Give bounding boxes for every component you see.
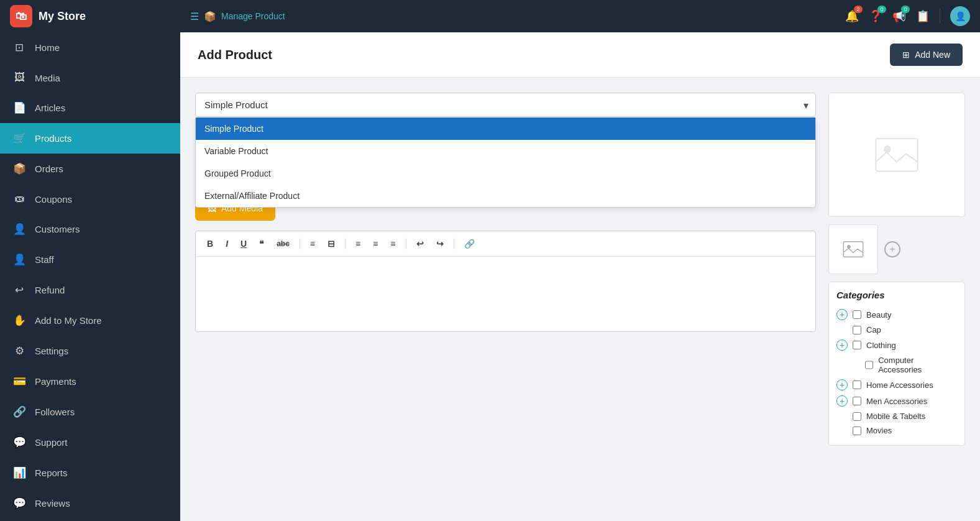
brand-icon: 🛍 bbox=[10, 5, 32, 27]
customers-icon: 👤 bbox=[12, 223, 26, 236]
promotions-btn[interactable]: 📢 0 bbox=[892, 9, 906, 23]
sidebar-item-orders[interactable]: 📦 Orders bbox=[0, 154, 180, 184]
help-badge: 0 bbox=[877, 6, 886, 13]
support-icon: 💬 bbox=[12, 436, 26, 449]
topbar-actions: 🔔 2 ❓ 0 📢 0 📋 👤 bbox=[845, 6, 970, 26]
sidebar-item-label: Home bbox=[35, 42, 60, 53]
sidebar-item-support[interactable]: 💬 Support bbox=[0, 427, 180, 458]
svg-point-1 bbox=[884, 145, 891, 153]
category-item-mobile-tablets: Mobile & Tabelts bbox=[836, 409, 957, 423]
category-expand-men-accessories[interactable]: + bbox=[836, 395, 848, 407]
sidebar-item-articles[interactable]: 📄 Articles bbox=[0, 93, 180, 123]
dropdown-item-simple[interactable]: Simple Product bbox=[196, 118, 815, 140]
toolbar-separator bbox=[454, 238, 454, 249]
add-new-icon: ⊞ bbox=[902, 50, 910, 60]
toolbar-btn-align-right[interactable]: ≡ bbox=[385, 236, 400, 251]
add-new-button[interactable]: ⊞ Add New bbox=[890, 44, 963, 66]
reports-icon: 📊 bbox=[12, 466, 26, 479]
thumb-placeholder-icon bbox=[842, 241, 864, 258]
product-type-select[interactable]: Simple ProductVariable ProductGrouped Pr… bbox=[195, 93, 816, 117]
sidebar-item-reviews[interactable]: 💬 Reviews bbox=[0, 488, 180, 519]
svg-rect-0 bbox=[876, 139, 918, 172]
category-label-home-accessories: Home Accessories bbox=[866, 380, 933, 390]
sidebar-item-settings[interactable]: ⚙ Settings bbox=[0, 336, 180, 366]
dropdown-item-variable[interactable]: Variable Product bbox=[196, 140, 815, 162]
toolbar-btn-unordered-list[interactable]: ≡ bbox=[305, 236, 320, 251]
category-expand-clothing[interactable]: + bbox=[836, 339, 848, 351]
sidebar-item-label: Articles bbox=[35, 103, 65, 113]
topbar: 🛍 My Store ☰ 📦 Manage Product 🔔 2 ❓ 0 📢 … bbox=[0, 0, 980, 32]
category-checkbox-clothing[interactable] bbox=[853, 341, 861, 349]
main-content: Add Product ⊞ Add New Simple ProductVari… bbox=[180, 32, 980, 521]
sidebar-item-reports[interactable]: 📊 Reports bbox=[0, 458, 180, 488]
sidebar-item-label: Orders bbox=[35, 164, 63, 174]
orders-icon: 📦 bbox=[12, 162, 26, 175]
toolbar-btn-align-left[interactable]: ≡ bbox=[350, 236, 365, 251]
toolbar-btn-undo[interactable]: ↩ bbox=[411, 236, 429, 251]
categories-title: Categories bbox=[836, 290, 957, 300]
sidebar-item-refund[interactable]: ↩ Refund bbox=[0, 275, 180, 305]
brand-title: My Store bbox=[39, 10, 86, 23]
clipboard-btn[interactable]: 📋 bbox=[916, 9, 930, 23]
sidebar-item-label: Media bbox=[35, 73, 60, 83]
toolbar-btn-link[interactable]: 🔗 bbox=[459, 236, 480, 251]
category-checkbox-mobile-tablets[interactable] bbox=[853, 412, 861, 421]
toolbar-separator bbox=[300, 238, 300, 249]
category-checkbox-home-accessories[interactable] bbox=[853, 380, 861, 389]
sidebar-item-staff[interactable]: 👤 Staff bbox=[0, 244, 180, 275]
categories-panel: Categories + Beauty Cap + Clothing Compu… bbox=[828, 282, 965, 446]
sidebar-item-label: Reports bbox=[35, 468, 68, 478]
followers-icon: 🔗 bbox=[12, 405, 26, 418]
thumbnail-upload[interactable] bbox=[828, 224, 878, 274]
category-checkbox-cap[interactable] bbox=[853, 326, 861, 334]
toolbar-btn-strikethrough[interactable]: abc bbox=[272, 237, 295, 251]
payments-icon: 💳 bbox=[12, 375, 26, 388]
page-header: Add Product ⊞ Add New bbox=[180, 32, 980, 78]
sidebar-item-add-to-my-store[interactable]: ✋ Add to My Store bbox=[0, 305, 180, 336]
sidebar-item-customers[interactable]: 👤 Customers bbox=[0, 214, 180, 244]
toolbar-btn-redo[interactable]: ↪ bbox=[431, 236, 449, 251]
dropdown-item-grouped[interactable]: Grouped Product bbox=[196, 162, 815, 185]
notifications-btn[interactable]: 🔔 2 bbox=[845, 9, 859, 23]
add-image-button[interactable]: + bbox=[884, 241, 900, 257]
hamburger-icon[interactable]: ☰ bbox=[190, 11, 199, 22]
category-checkbox-beauty[interactable] bbox=[853, 310, 861, 319]
right-panel: + Categories + Beauty Cap + Clothing Com… bbox=[828, 93, 965, 446]
breadcrumb: ☰ 📦 Manage Product bbox=[190, 11, 845, 22]
category-expand-home-accessories[interactable]: + bbox=[836, 379, 848, 390]
toolbar-btn-italic[interactable]: I bbox=[221, 236, 233, 251]
sidebar-item-payments[interactable]: 💳 Payments bbox=[0, 366, 180, 397]
form-section: Simple ProductVariable ProductGrouped Pr… bbox=[195, 93, 816, 446]
sidebar-item-followers[interactable]: 🔗 Followers bbox=[0, 397, 180, 427]
sidebar-item-label: Payments bbox=[35, 376, 76, 387]
sidebar-item-coupons[interactable]: 🎟 Coupons bbox=[0, 184, 180, 214]
sidebar-item-products[interactable]: 🛒 Products bbox=[0, 123, 180, 154]
help-btn[interactable]: ❓ 0 bbox=[869, 9, 882, 23]
coupons-icon: 🎟 bbox=[12, 193, 26, 205]
sidebar-item-media[interactable]: 🖼 Media bbox=[0, 63, 180, 93]
avatar[interactable]: 👤 bbox=[950, 6, 970, 26]
brand: 🛍 My Store bbox=[10, 5, 190, 27]
toolbar-btn-align-center[interactable]: ≡ bbox=[368, 236, 383, 251]
articles-icon: 📄 bbox=[12, 101, 26, 114]
sidebar-item-label: Followers bbox=[35, 407, 75, 417]
editor-body[interactable] bbox=[196, 257, 815, 331]
toolbar-btn-underline[interactable]: U bbox=[236, 236, 252, 251]
category-label-clothing: Clothing bbox=[866, 341, 896, 350]
sidebar-item-home[interactable]: ⊡ Home bbox=[0, 32, 180, 63]
toolbar-btn-ordered-list[interactable]: ⊟ bbox=[323, 236, 340, 251]
toolbar-btn-quote[interactable]: ❝ bbox=[254, 236, 269, 251]
sidebar-item-label: Products bbox=[35, 133, 71, 144]
promotions-badge: 0 bbox=[901, 6, 910, 13]
category-checkbox-men-accessories[interactable] bbox=[853, 397, 861, 405]
dropdown-item-external[interactable]: External/Affiliate Product bbox=[196, 185, 815, 207]
category-checkbox-computer-accessories[interactable] bbox=[865, 361, 874, 369]
category-expand-beauty[interactable]: + bbox=[836, 309, 848, 320]
staff-icon: 👤 bbox=[12, 253, 26, 266]
content-area: Simple ProductVariable ProductGrouped Pr… bbox=[180, 78, 980, 461]
main-image-upload[interactable] bbox=[828, 93, 965, 217]
toolbar-separator bbox=[345, 238, 346, 249]
category-checkbox-movies[interactable] bbox=[853, 426, 861, 435]
toolbar-btn-bold[interactable]: B bbox=[202, 236, 218, 251]
page-title: Add Product bbox=[198, 48, 272, 62]
